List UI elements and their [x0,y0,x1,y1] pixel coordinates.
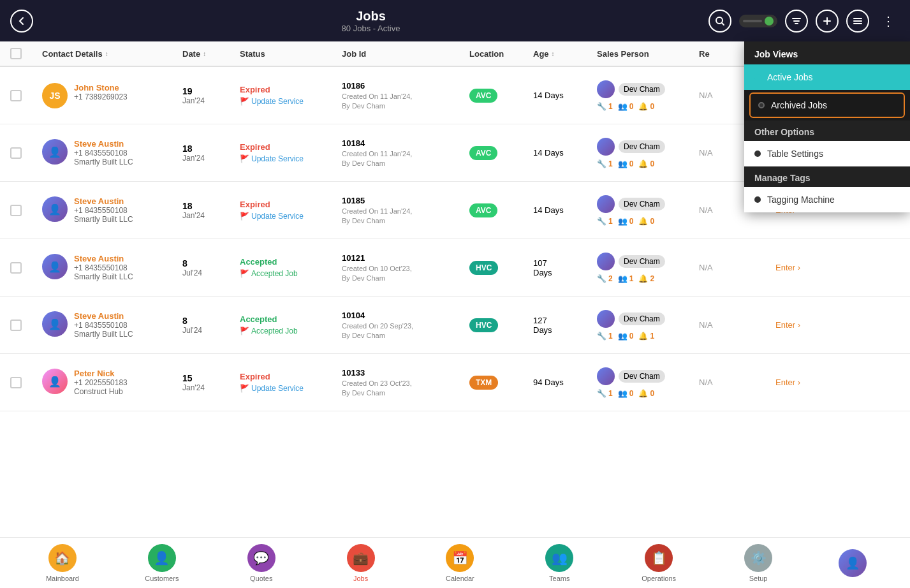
active-jobs-item[interactable]: Active Jobs [744,64,910,90]
row-select-checkbox[interactable] [10,320,22,331]
enter-button[interactable]: Enter › [775,263,826,272]
profile-avatar[interactable]: 👤 [839,549,867,577]
row-select-checkbox[interactable] [10,377,22,388]
job-created: Created On 10 Oct'23, [342,265,469,272]
sp-name-wrap: Dev Cham [597,80,699,98]
job-created: Created On 23 Oct'23, [342,379,469,387]
sp-name-wrap: Dev Cham [597,253,699,270]
sort-contact-icon[interactable]: ↕ [105,50,108,57]
job-id: 10133 [342,368,469,378]
contact-name[interactable]: Steve Austin [74,254,133,263]
enter-button[interactable]: Enter › [775,320,826,330]
nav-item-jobs[interactable]: 💼 Jobs [342,544,380,582]
job-by: By Dev Cham [342,389,469,397]
avatar: 👤 [42,196,68,222]
contact-cell: 👤 Steve Austin +1 8435550108 Smartly Bui… [42,254,182,281]
toggle-control[interactable] [739,15,777,27]
archived-jobs-item[interactable]: Archived Jobs [749,92,905,118]
salesperson-cell: Dev Cham 🔧 1 👥 0 🔔 0 [597,138,699,168]
location-cell: AVC [469,205,533,215]
contact-name[interactable]: Steve Austin [74,196,133,206]
sp-stats: 🔧 1 👥 0 🔔 1 [597,332,699,341]
date-month: Jan'24 [182,383,240,392]
job-id: 10185 [342,196,469,205]
nav-item-quotes[interactable]: 💬 Quotes [242,544,281,582]
sp-name-wrap: Dev Cham [597,310,699,328]
contact-name[interactable]: Steve Austin [74,311,133,321]
sp-stats: 🔧 2 👥 1 🔔 2 [597,274,699,283]
sp-stat-1: 🔧 1 [597,217,613,226]
job-id: 10121 [342,253,469,263]
nav-item-customers[interactable]: 👤 Customers [143,544,181,582]
col-contact: Contact Details ↕ [42,49,182,59]
salesperson-cell: Dev Cham 🔧 1 👥 0 🔔 0 [597,367,699,398]
status-action-link[interactable]: 🚩 Update Service [240,384,342,393]
select-all-checkbox[interactable] [10,48,22,59]
age-cell: 127Days [533,316,597,335]
back-button[interactable] [10,10,33,33]
nav-item-teams[interactable]: 👥 Teams [540,544,578,582]
date-cell: 19 Jan'24 [182,86,240,105]
mainboard-icon: 🏠 [48,544,77,572]
job-id: 10184 [342,138,469,148]
status-action-link[interactable]: 🚩 Update Service [240,212,342,221]
table-row: 👤 Peter Nick +1 2025550183 Construct Hub… [0,354,910,411]
list-view-button[interactable] [846,10,869,33]
sp-stat-2: 👥 0 [618,332,634,341]
more-options-button[interactable]: ⋮ [877,10,900,33]
date-number: 19 [182,86,240,96]
table-settings-item[interactable]: Table Settings [744,141,910,166]
add-button[interactable] [816,10,839,33]
row-select-checkbox[interactable] [10,147,22,159]
toggle-dot [765,17,774,26]
sort-date-icon[interactable]: ↕ [203,50,206,57]
row-checkbox [10,377,42,388]
table-settings-label: Table Settings [767,149,823,159]
filter-button[interactable] [785,10,808,33]
location-cell: TXM [469,378,533,387]
job-by: By Dev Cham [342,102,469,110]
row-select-checkbox[interactable] [10,262,22,274]
status-action-link[interactable]: 🚩 Update Service [240,97,342,106]
search-button[interactable] [708,10,731,33]
nav-item-setup[interactable]: ⚙️ Setup [739,544,777,582]
location-badge: HVC [469,261,498,275]
tagging-machine-item[interactable]: Tagging Machine [744,187,910,212]
contact-name[interactable]: Peter Nick [74,369,128,378]
row-select-checkbox[interactable] [10,205,22,216]
job-views-title: Job Views [744,41,910,64]
contact-cell: 👤 Steve Austin +1 8435550108 Smartly Bui… [42,196,182,224]
sp-stat-3: 🔔 1 [638,332,654,341]
enter-button[interactable]: Enter › [775,378,826,387]
flag-icon: 🚩 [240,212,249,221]
col-salesperson: Sales Person [597,49,699,59]
date-number: 8 [182,258,240,268]
avatar: JS [42,83,68,108]
sp-name-wrap: Dev Cham [597,367,699,385]
calendar-icon: 📅 [446,544,474,572]
col-status: Status [240,49,342,59]
sp-stat-1: 🔧 1 [597,102,613,111]
sp-name-wrap: Dev Cham [597,195,699,213]
nav-item-mainboard[interactable]: 🏠 Mainboard [43,544,82,582]
row-select-checkbox[interactable] [10,90,22,101]
status-action-link[interactable]: 🚩 Accepted Job [240,269,342,278]
flag-icon: 🚩 [240,154,249,163]
nav-item-operations[interactable]: 📋 Operations [640,544,678,582]
status-action-link[interactable]: 🚩 Update Service [240,154,342,163]
contact-phone: +1 8435550108 [74,206,133,215]
location-cell: AVC [469,148,533,158]
salesperson-cell: Dev Cham 🔧 2 👥 1 🔔 2 [597,253,699,283]
contact-name[interactable]: Steve Austin [74,139,133,149]
nav-label-calendar: Calendar [446,575,474,582]
contact-name[interactable]: John Stone [74,83,128,92]
sort-age-icon[interactable]: ↕ [552,50,555,57]
quotes-icon: 💬 [247,544,275,572]
archived-jobs-label: Archived Jobs [771,100,827,110]
status-action-link[interactable]: 🚩 Accepted Job [240,327,342,335]
status-cell: Expired 🚩 Update Service [240,142,342,163]
contact-cell: JS John Stone +1 7389269023 [42,83,182,108]
sp-name: Dev Cham [619,83,665,96]
nav-item-calendar[interactable]: 📅 Calendar [441,544,479,582]
contact-cell: 👤 Steve Austin +1 8435550108 Smartly Bui… [42,311,182,339]
